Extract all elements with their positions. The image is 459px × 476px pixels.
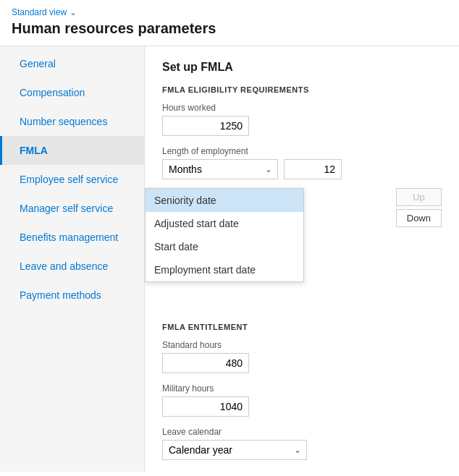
length-of-employment-label: Length of employment: [162, 146, 442, 156]
eligibility-priority-dropdown: Seniority date Adjusted start date Start…: [145, 188, 304, 282]
sidebar-item-general[interactable]: General: [0, 49, 144, 78]
hours-worked-input[interactable]: [162, 116, 249, 136]
length-dropdown[interactable]: Months Years: [162, 159, 278, 179]
military-hours-input[interactable]: [162, 396, 249, 417]
page-title: Human resources parameters: [12, 20, 447, 37]
sidebar-item-fmla[interactable]: FMLA: [0, 136, 144, 165]
hours-worked-group: Hours worked: [162, 103, 442, 136]
standard-hours-label: Standard hours: [162, 340, 442, 350]
updown-group: Up Down: [396, 188, 442, 227]
length-dropdown-wrapper: Months Years ⌄: [162, 159, 278, 179]
standard-view-label: Standard view: [12, 7, 67, 17]
standard-view-toggle[interactable]: Standard view ⌄: [12, 7, 447, 17]
dropdown-item-start[interactable]: Start date: [146, 235, 303, 258]
leave-calendar-dropdown[interactable]: Calendar year Rolling year: [162, 440, 307, 460]
sidebar-item-payment-methods[interactable]: Payment methods: [0, 281, 144, 310]
length-of-employment-group: Length of employment Months Years ⌄: [162, 146, 442, 179]
standard-hours-group: Standard hours: [162, 340, 442, 373]
leave-calendar-group: Leave calendar Calendar year Rolling yea…: [162, 427, 442, 460]
entitlement-subsection-title: FMLA ENTITLEMENT: [162, 323, 442, 331]
standard-hours-input[interactable]: [162, 353, 249, 373]
down-button[interactable]: Down: [396, 209, 442, 227]
sidebar-item-employee-self-service[interactable]: Employee self service: [0, 165, 144, 194]
sidebar-item-benefits-management[interactable]: Benefits management: [0, 223, 144, 252]
eligibility-subsection-title: FMLA ELIGIBILITY REQUIREMENTS: [162, 85, 442, 94]
sidebar-item-compensation[interactable]: Compensation: [0, 78, 144, 107]
length-number-input[interactable]: [284, 159, 342, 179]
dropdown-item-adjusted[interactable]: Adjusted start date: [146, 212, 303, 235]
eligibility-priority-group: Eligibility date priority sequence Senio…: [162, 190, 442, 200]
top-bar: Standard view ⌄ Human resources paramete…: [0, 0, 459, 46]
layout: General Compensation Number sequences FM…: [0, 46, 459, 472]
sidebar: General Compensation Number sequences FM…: [0, 46, 145, 472]
chevron-down-icon: ⌄: [70, 7, 77, 17]
dropdown-item-seniority[interactable]: Seniority date: [146, 189, 303, 212]
leave-calendar-label: Leave calendar: [162, 427, 442, 437]
hours-worked-label: Hours worked: [162, 103, 442, 113]
sidebar-item-manager-self-service[interactable]: Manager self service: [0, 194, 144, 223]
military-hours-group: Military hours: [162, 383, 442, 417]
military-hours-label: Military hours: [162, 383, 442, 394]
sidebar-item-leave-and-absence[interactable]: Leave and absence: [0, 252, 144, 281]
main-content: Set up FMLA FMLA ELIGIBILITY REQUIREMENT…: [145, 46, 459, 472]
entitlement-section: FMLA ENTITLEMENT Standard hours Military…: [162, 323, 442, 460]
sidebar-item-number-sequences[interactable]: Number sequences: [0, 107, 144, 136]
section-title: Set up FMLA: [162, 61, 442, 74]
up-button[interactable]: Up: [396, 188, 442, 206]
leave-calendar-wrapper: Calendar year Rolling year ⌄: [162, 440, 307, 460]
dropdown-item-employment[interactable]: Employment start date: [146, 258, 303, 281]
length-inline-row: Months Years ⌄: [162, 159, 442, 179]
